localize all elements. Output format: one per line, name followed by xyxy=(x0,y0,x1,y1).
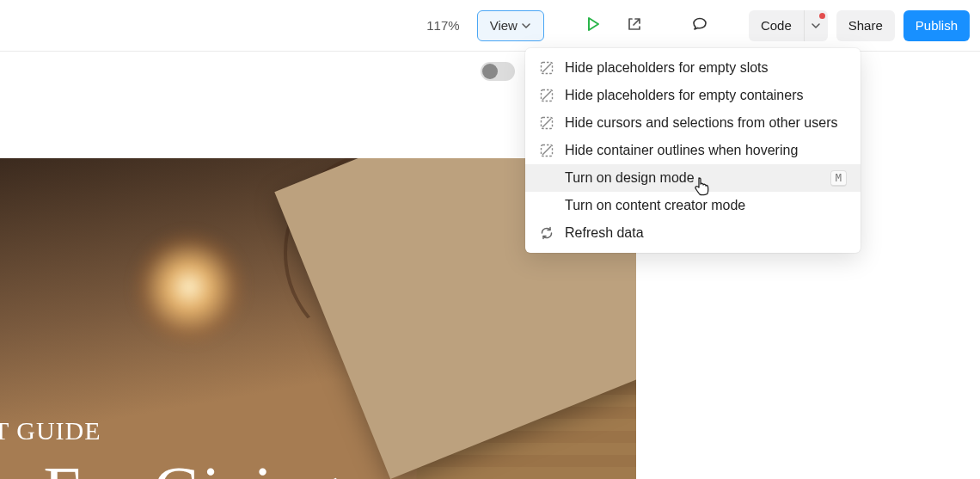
share-button[interactable]: Share xyxy=(836,10,895,41)
view-label: View xyxy=(490,18,518,33)
menu-hide-cursors[interactable]: Hide cursors and selections from other u… xyxy=(525,109,861,137)
external-link-icon xyxy=(627,16,642,34)
menu-hide-empty-slots[interactable]: Hide placeholders for empty slots xyxy=(525,54,861,82)
twine-decoration xyxy=(248,158,527,392)
pointer-cursor-icon xyxy=(693,176,712,202)
view-dropdown-button[interactable]: View xyxy=(477,10,544,41)
publish-button[interactable]: Publish xyxy=(903,10,970,41)
menu-item-label: Hide cursors and selections from other u… xyxy=(565,115,837,131)
menu-refresh-data[interactable]: Refresh data xyxy=(525,219,861,247)
slash-square-icon xyxy=(539,60,554,76)
svg-line-1 xyxy=(542,64,551,72)
svg-line-3 xyxy=(542,91,551,100)
comment-icon xyxy=(692,16,707,34)
code-button-group: Code xyxy=(749,10,828,41)
menu-item-label: Hide container outlines when hovering xyxy=(565,143,798,158)
slash-square-icon xyxy=(539,143,554,158)
code-dropdown-chevron[interactable] xyxy=(804,10,828,41)
play-button[interactable] xyxy=(577,10,609,41)
zoom-level[interactable]: 117% xyxy=(418,13,468,38)
chevron-down-icon xyxy=(521,21,531,31)
view-dropdown-menu: Hide placeholders for empty slots Hide p… xyxy=(525,48,861,253)
wood-texture xyxy=(416,296,636,479)
menu-item-label: Turn on design mode xyxy=(565,170,695,186)
svg-line-7 xyxy=(542,146,551,155)
toggle-knob-icon xyxy=(482,64,498,79)
topbar: 117% View Code Sh xyxy=(0,0,980,52)
slash-square-icon xyxy=(539,115,554,131)
comment-button[interactable] xyxy=(683,10,716,41)
slash-square-icon xyxy=(539,88,554,103)
menu-hide-empty-containers[interactable]: Hide placeholders for empty containers xyxy=(525,82,861,109)
menu-item-label: Hide placeholders for empty slots xyxy=(565,60,769,76)
interactive-toggle[interactable] xyxy=(481,62,515,81)
hero-subtitle: T GUIDE xyxy=(0,416,101,445)
menu-item-label: Hide placeholders for empty containers xyxy=(565,88,803,103)
svg-line-5 xyxy=(542,119,551,127)
menu-hide-outlines[interactable]: Hide container outlines when hovering xyxy=(525,137,861,164)
menu-item-label: Refresh data xyxy=(565,225,644,241)
open-external-button[interactable] xyxy=(618,10,651,41)
refresh-icon xyxy=(539,225,554,241)
notification-dot-icon xyxy=(819,13,825,19)
menu-item-label: Turn on content creator mode xyxy=(565,198,745,213)
play-icon xyxy=(585,16,601,34)
code-button[interactable]: Code xyxy=(749,10,804,41)
keyboard-shortcut: M xyxy=(830,170,847,187)
hero-title: n For Giving xyxy=(0,455,340,479)
chevron-down-icon xyxy=(811,21,821,31)
